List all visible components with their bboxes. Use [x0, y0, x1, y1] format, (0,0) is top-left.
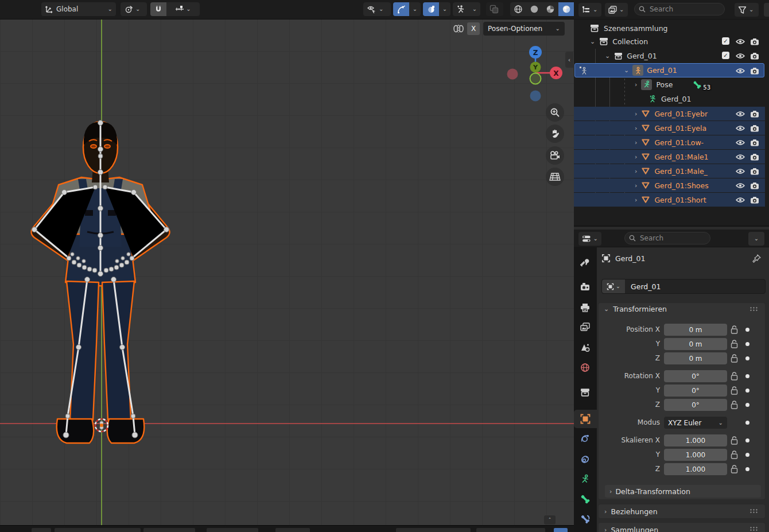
- camera-icon[interactable]: [750, 110, 759, 118]
- pose-options-dropdown[interactable]: Posen-Optionen ⌄: [483, 22, 565, 36]
- zoom-button[interactable]: [546, 103, 564, 122]
- lock-icon[interactable]: [731, 401, 738, 409]
- outliner-row-pose[interactable]: › Pose 53: [635, 78, 712, 91]
- character-gerd[interactable]: [23, 115, 178, 453]
- chevron-right-icon[interactable]: ›: [635, 125, 637, 132]
- camera-icon[interactable]: [750, 182, 759, 189]
- keyframe-dot[interactable]: [745, 403, 749, 407]
- rotation-z-field[interactable]: 0°: [664, 399, 727, 411]
- eye-icon[interactable]: [736, 182, 745, 189]
- outliner-row-gerd-collection[interactable]: ⌄ Gerd_01: [605, 49, 657, 62]
- transform-panel-header[interactable]: ⌄ Transformieren: [604, 305, 667, 313]
- mirror-x-toggle[interactable]: X: [467, 22, 480, 35]
- eye-icon[interactable]: [736, 38, 745, 45]
- tab-render[interactable]: [580, 282, 590, 291]
- keyframe-dot[interactable]: [745, 421, 749, 425]
- object-name-value[interactable]: Gerd_01: [625, 282, 661, 291]
- keyframe-dot[interactable]: [745, 374, 749, 378]
- lock-icon[interactable]: [731, 340, 738, 348]
- position-y-field[interactable]: 0 m: [664, 338, 727, 350]
- falloff-toggle[interactable]: [423, 2, 439, 16]
- scale-x-field[interactable]: 1.000: [664, 434, 727, 446]
- lock-icon[interactable]: [731, 354, 738, 363]
- eye-icon[interactable]: [736, 197, 745, 203]
- tab-bone-constraints[interactable]: [580, 514, 590, 524]
- delta-transform-subpanel[interactable]: › Delta-Transformation: [605, 485, 761, 498]
- lock-icon[interactable]: [731, 372, 738, 380]
- object-id-dropdown[interactable]: ⌄: [602, 279, 625, 293]
- chevron-right-icon[interactable]: ›: [635, 153, 637, 161]
- outliner-search[interactable]: [634, 3, 725, 15]
- lock-icon[interactable]: [731, 436, 738, 445]
- lock-icon[interactable]: [731, 386, 738, 395]
- keyframe-dot[interactable]: [745, 467, 749, 471]
- chevron-right-icon[interactable]: ›: [635, 81, 637, 88]
- chevron-right-icon[interactable]: ›: [635, 168, 637, 175]
- scale-y-field[interactable]: 1.000: [664, 449, 727, 461]
- camera-icon[interactable]: [750, 38, 759, 45]
- shading-wireframe-button[interactable]: [510, 2, 526, 16]
- camera-icon[interactable]: [750, 196, 759, 204]
- keyframe-dot[interactable]: [745, 389, 749, 393]
- rotation-mode-dropdown[interactable]: XYZ Euler ⌄: [664, 417, 727, 429]
- proportional-edit-toggle[interactable]: [393, 2, 409, 16]
- tab-tool[interactable]: [580, 257, 590, 267]
- keyframe-dot[interactable]: [745, 453, 749, 457]
- pan-button[interactable]: [546, 125, 564, 143]
- chevron-right-icon[interactable]: ›: [635, 110, 637, 118]
- lock-icon[interactable]: [731, 451, 738, 459]
- camera-icon[interactable]: [750, 168, 759, 175]
- properties-search[interactable]: [624, 232, 710, 244]
- chevron-down-icon[interactable]: ⌄: [590, 38, 595, 45]
- scale-z-field[interactable]: 1.000: [664, 463, 727, 475]
- tab-physics[interactable]: [580, 434, 590, 444]
- relations-panel[interactable]: › Beziehungen: [598, 504, 766, 519]
- chevron-right-icon[interactable]: ›: [635, 139, 637, 146]
- shading-material-button[interactable]: [542, 2, 558, 16]
- tab-object-data[interactable]: [580, 474, 590, 484]
- position-z-field[interactable]: 0 m: [664, 352, 727, 364]
- camera-icon[interactable]: [750, 67, 759, 75]
- tab-scene[interactable]: [580, 343, 590, 352]
- falloff-dropdown[interactable]: ⌄: [439, 2, 450, 16]
- timeline-strip[interactable]: [0, 525, 574, 532]
- outliner-editor-type-dropdown[interactable]: ⌄: [578, 3, 601, 17]
- camera-icon[interactable]: [750, 153, 759, 161]
- tab-object[interactable]: [580, 414, 591, 424]
- exclude-checkbox[interactable]: ✓: [722, 52, 729, 59]
- sidebar-toggle-tab[interactable]: ‹: [565, 52, 573, 68]
- tab-output[interactable]: [580, 303, 590, 312]
- properties-editor-type-dropdown[interactable]: ⌄: [578, 232, 601, 246]
- keyframe-dot[interactable]: [745, 438, 749, 442]
- pivot-point-dropdown[interactable]: ⌄: [121, 2, 147, 16]
- lock-icon[interactable]: [731, 465, 738, 473]
- eye-icon[interactable]: [736, 168, 745, 174]
- snap-magnet-toggle[interactable]: [150, 2, 166, 16]
- chevron-down-icon[interactable]: ⌄: [605, 52, 610, 60]
- navigation-gizmo[interactable]: Y Z X: [501, 44, 570, 113]
- outliner-clipped-button[interactable]: [764, 3, 769, 17]
- panel-grip[interactable]: [749, 526, 759, 531]
- eye-icon[interactable]: [736, 154, 745, 160]
- eye-icon[interactable]: [736, 125, 745, 131]
- rotation-y-field[interactable]: 0°: [664, 385, 727, 397]
- properties-search-input[interactable]: [624, 232, 710, 244]
- shading-solid-button[interactable]: [526, 2, 542, 16]
- show-gizmo-dropdown[interactable]: ⌄: [363, 2, 391, 16]
- tab-world[interactable]: [580, 363, 590, 372]
- tab-object-constraints[interactable]: [580, 454, 590, 464]
- camera-view-button[interactable]: [546, 146, 564, 165]
- panel-grip[interactable]: [749, 306, 759, 312]
- keyframe-dot[interactable]: [745, 328, 749, 332]
- tab-view-layer[interactable]: [580, 323, 590, 332]
- perspective-toggle-button[interactable]: [546, 168, 564, 186]
- snap-settings-dropdown[interactable]: ⌄: [166, 2, 200, 16]
- outliner-filter-dropdown[interactable]: ⌄: [735, 3, 759, 17]
- camera-icon[interactable]: [750, 139, 759, 146]
- pin-icon[interactable]: [752, 254, 762, 263]
- xray-toggle[interactable]: [486, 2, 503, 16]
- viewport-3d[interactable]: Y Z X ‹ ˄ Global ⌄: [0, 0, 574, 525]
- chevron-right-icon[interactable]: ›: [635, 196, 637, 204]
- pose-display-dropdown[interactable]: ⌄: [469, 2, 480, 16]
- exclude-checkbox[interactable]: ✓: [722, 37, 729, 45]
